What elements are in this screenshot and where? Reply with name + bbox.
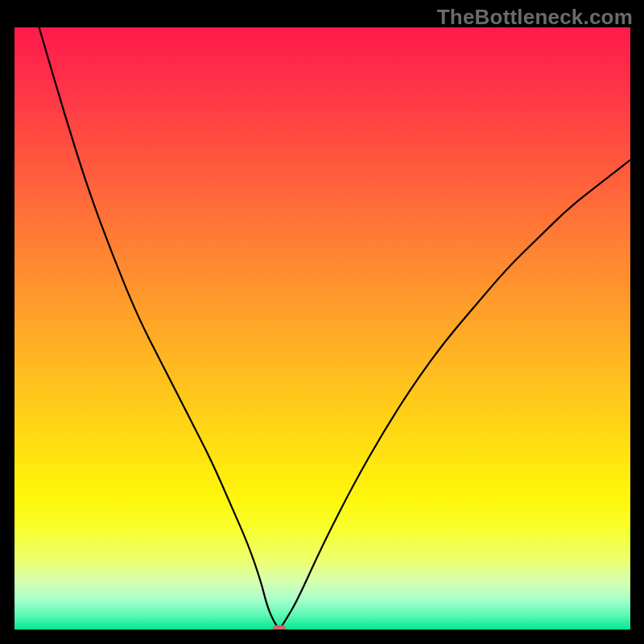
chart-frame: TheBottleneck.com <box>0 0 644 644</box>
bottleneck-curve <box>14 27 630 630</box>
watermark-text: TheBottleneck.com <box>437 5 633 30</box>
plot-area <box>14 27 630 630</box>
optimal-point-marker <box>272 625 286 630</box>
